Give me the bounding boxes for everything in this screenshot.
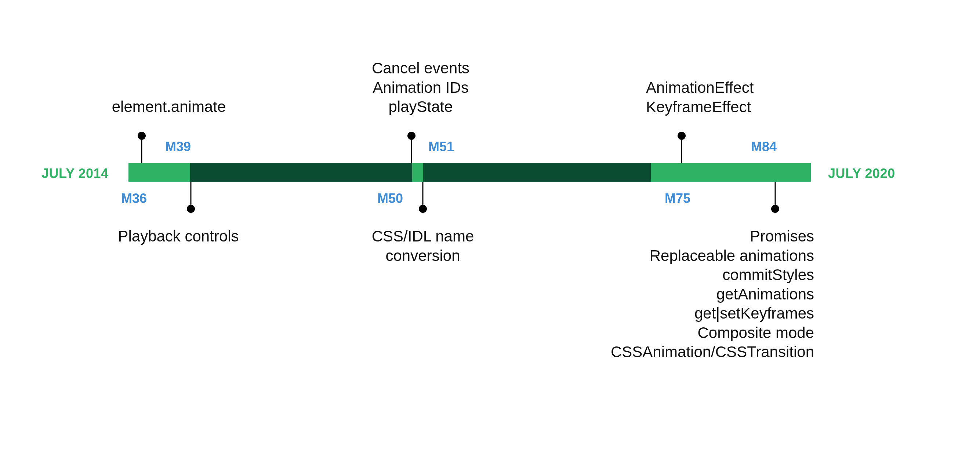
label-m51: M51	[428, 139, 454, 154]
feature-m84-line5: get|setKeyframes	[694, 305, 814, 322]
feature-m84-line3: commitStyles	[722, 266, 814, 283]
label-m36: M36	[121, 191, 147, 206]
stem-m36	[141, 136, 142, 163]
feature-m50-line1: CSS/IDL name	[372, 227, 474, 245]
timeline-start-label: JULY 2014	[41, 166, 109, 181]
feature-m84-line6: Composite mode	[698, 324, 814, 341]
feature-m84-line4: getAnimations	[716, 286, 814, 303]
feature-m75: AnimationEffect KeyframeEffect	[646, 78, 754, 117]
label-m75: M75	[665, 191, 690, 206]
feature-m51-line1: Cancel events	[372, 59, 469, 77]
label-m39: M39	[165, 139, 191, 154]
feature-m75-line1: AnimationEffect	[646, 79, 754, 96]
timeline-bar-gap	[412, 163, 423, 182]
timeline-end-label: JULY 2020	[828, 166, 895, 181]
label-m50: M50	[377, 191, 403, 206]
feature-m51: Cancel events Animation IDs playState	[372, 59, 469, 117]
feature-m75-line2: KeyframeEffect	[646, 99, 751, 116]
feature-m36: element.animate	[112, 97, 226, 117]
feature-m84-line2: Replaceable animations	[650, 247, 814, 264]
dot-m51	[407, 132, 415, 140]
feature-m84: Promises Replaceable animations commitSt…	[611, 227, 814, 362]
feature-m39: Playback controls	[118, 227, 239, 246]
dot-m36	[138, 132, 146, 140]
feature-m84-line7: CSSAnimation/CSSTransition	[611, 343, 814, 360]
feature-m51-line3: playState	[388, 98, 453, 115]
feature-m51-line2: Animation IDs	[372, 79, 468, 96]
timeline-bar	[129, 163, 811, 182]
dot-m84	[771, 205, 779, 213]
feature-m50-line2: conversion	[385, 247, 460, 264]
feature-m84-line1: Promises	[750, 227, 814, 245]
dot-m75	[678, 132, 686, 140]
dot-m50	[419, 205, 427, 213]
stem-m51	[411, 136, 412, 163]
dot-m39	[187, 205, 195, 213]
stem-m75	[681, 136, 682, 163]
label-m84: M84	[751, 139, 777, 154]
feature-m50: CSS/IDL name conversion	[372, 227, 474, 266]
